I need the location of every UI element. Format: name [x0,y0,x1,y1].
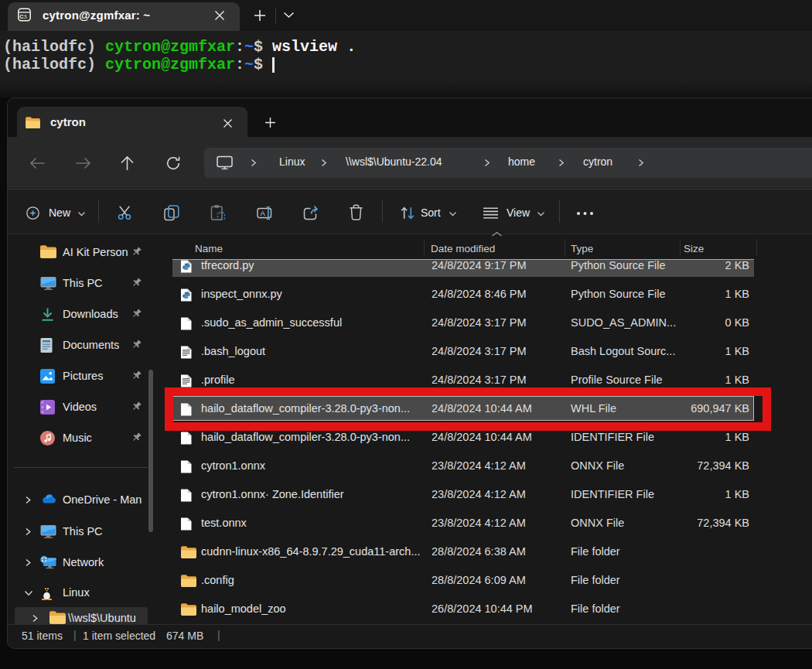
svg-text:C:\: C:\ [19,14,26,19]
svg-text:A: A [261,209,266,217]
